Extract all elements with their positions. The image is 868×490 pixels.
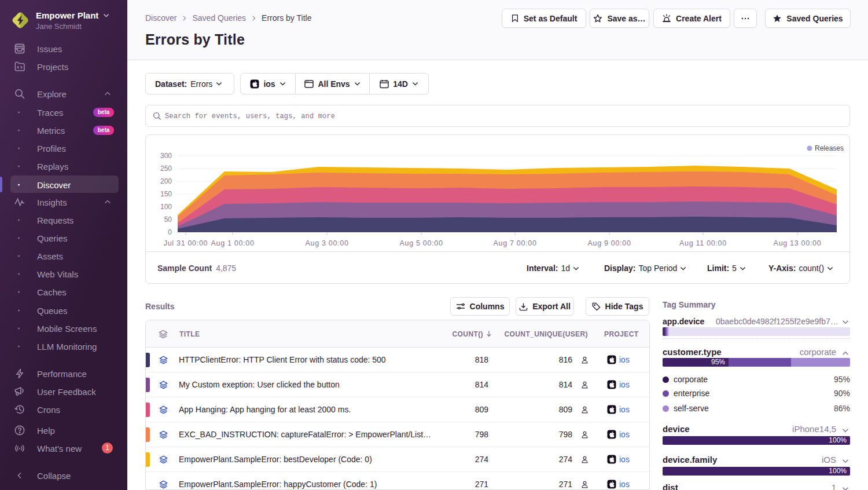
svg-text:Aug 3 00:00: Aug 3 00:00 [305,239,348,247]
svg-text:250: 250 [160,164,172,173]
svg-text:200: 200 [160,177,172,185]
svg-text:300: 300 [160,152,172,160]
svg-text:Aug 11 00:00: Aug 11 00:00 [679,239,727,247]
svg-text:Aug 9 00:00: Aug 9 00:00 [587,239,631,247]
svg-text:Aug 1 00:00: Aug 1 00:00 [211,239,254,247]
svg-text:Aug 5 00:00: Aug 5 00:00 [399,239,443,247]
svg-text:0: 0 [168,228,172,236]
svg-text:Jul 31 00:00: Jul 31 00:00 [164,239,208,247]
svg-text:50: 50 [164,215,172,224]
svg-text:Aug 7 00:00: Aug 7 00:00 [493,239,536,247]
svg-text:150: 150 [160,190,172,198]
svg-text:Aug 13 00:00: Aug 13 00:00 [774,239,822,247]
svg-text:Releases: Releases [815,144,844,152]
svg-text:100: 100 [160,203,172,211]
